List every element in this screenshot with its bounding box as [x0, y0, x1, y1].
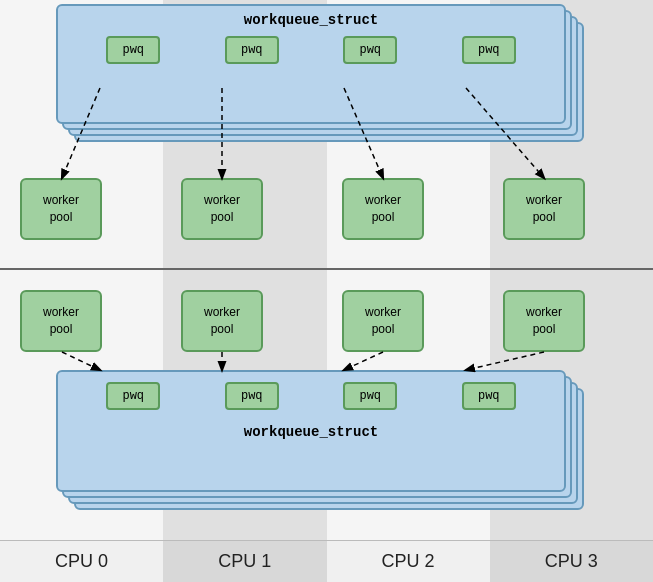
pwq-box-top-1: pwq	[225, 36, 279, 64]
pwq-row-top: pwq pwq pwq pwq	[58, 36, 564, 64]
worker-pool-top-0: worker pool	[20, 178, 102, 240]
cpu-labels-row: CPU 0 CPU 1 CPU 2 CPU 3	[0, 540, 653, 582]
wq-title-bottom: workqueue_struct	[58, 424, 564, 440]
pwq-box-top-3: pwq	[462, 36, 516, 64]
worker-pool-top-3: worker pool	[503, 178, 585, 240]
pwq-row-bottom: pwq pwq pwq pwq	[58, 372, 564, 418]
cpu-label-3: CPU 3	[490, 541, 653, 582]
worker-pool-bottom-2: worker pool	[342, 290, 424, 352]
pwq-box-bottom-0: pwq	[106, 382, 160, 410]
pwq-box-top-0: pwq	[106, 36, 160, 64]
pwq-box-bottom-3: pwq	[462, 382, 516, 410]
pwq-box-bottom-1: pwq	[225, 382, 279, 410]
worker-pool-bottom-1: worker pool	[181, 290, 263, 352]
wq-struct-bottom: pwq pwq pwq pwq workqueue_struct	[56, 370, 566, 492]
main-container: workqueue_struct pwq pwq pwq pwq worker …	[0, 0, 653, 582]
cpu-label-1: CPU 1	[163, 541, 326, 582]
cpu-label-0: CPU 0	[0, 541, 163, 582]
worker-pool-bottom-0: worker pool	[20, 290, 102, 352]
cpu-label-2: CPU 2	[327, 541, 490, 582]
pwq-box-bottom-2: pwq	[343, 382, 397, 410]
wq-title-top: workqueue_struct	[58, 12, 564, 28]
diagram-area: workqueue_struct pwq pwq pwq pwq worker …	[0, 0, 653, 540]
worker-pool-top-1: worker pool	[181, 178, 263, 240]
worker-pool-bottom-3: worker pool	[503, 290, 585, 352]
pwq-box-top-2: pwq	[343, 36, 397, 64]
worker-pool-top-2: worker pool	[342, 178, 424, 240]
wq-struct-top: workqueue_struct pwq pwq pwq pwq	[56, 4, 566, 124]
horizontal-divider	[0, 268, 653, 270]
